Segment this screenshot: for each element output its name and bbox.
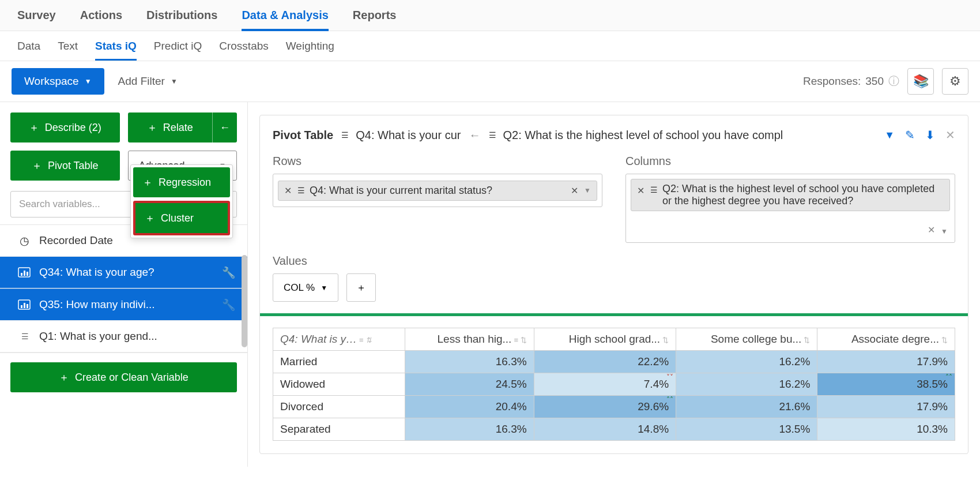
cell: 14.8%	[534, 418, 676, 441]
variable-item[interactable]: Q35: How many indivi... 🔧	[0, 288, 247, 321]
regression-button[interactable]: ＋ Regression	[133, 167, 230, 197]
sort-icon[interactable]: ≡ ⇅	[359, 336, 372, 344]
learn-button[interactable]: 📚	[907, 68, 934, 95]
variable-item[interactable]: ☰ Q1: What is your gend...	[0, 321, 247, 352]
settings-button[interactable]: ⚙	[942, 68, 968, 95]
tab-data-analysis[interactable]: Data & Analysis	[242, 0, 328, 31]
columns-label: Columns	[625, 155, 955, 168]
arrow-left-icon: ←	[469, 129, 481, 142]
sort-icon[interactable]: ⇅	[804, 336, 810, 344]
plus-icon: ＋	[32, 159, 42, 172]
describe-button[interactable]: ＋ Describe (2)	[10, 112, 120, 142]
edit-icon[interactable]: ✎	[905, 128, 915, 142]
workspace-label: Workspace	[24, 75, 79, 88]
cell: 16.2%	[676, 351, 817, 373]
pivot-col-question: Q2: What is the highest level of school …	[503, 129, 783, 142]
row-header[interactable]: Q4: What is y…≡ ⇅	[273, 328, 405, 351]
pivot-title: Pivot Table	[273, 129, 333, 142]
plus-icon: ＋	[142, 175, 153, 189]
cell: 13.5%	[676, 418, 817, 441]
cell: 16.3%	[405, 351, 534, 373]
sort-icon[interactable]: ⇅	[941, 336, 948, 344]
row-token[interactable]: ✕ ☰ Q4: What is your current marital sta…	[278, 181, 597, 201]
filter-icon[interactable]: ▼	[884, 129, 895, 141]
cell: 10.3%	[817, 418, 955, 441]
rows-dropzone[interactable]: ✕ ☰ Q4: What is your current marital sta…	[273, 174, 602, 207]
remove-icon[interactable]: ✕	[928, 224, 935, 235]
cell: 17.9%	[817, 351, 955, 373]
row-label: Widowed	[273, 373, 405, 396]
add-filter-label: Add Filter	[118, 75, 165, 88]
cell: 38.5%˄˄	[817, 373, 955, 396]
tab-reports[interactable]: Reports	[353, 0, 397, 31]
create-clean-variable-button[interactable]: ＋ Create or Clean Variable	[10, 362, 237, 392]
cell: 17.9%	[817, 396, 955, 418]
cell: 24.5%	[405, 373, 534, 396]
tab-survey[interactable]: Survey	[17, 0, 56, 31]
wrench-icon[interactable]: 🔧	[222, 298, 236, 312]
wrench-icon[interactable]: 🔧	[222, 266, 236, 279]
values-select[interactable]: COL % ▼	[273, 273, 338, 302]
divider	[260, 313, 968, 316]
relate-direction-button[interactable]: ←	[213, 112, 237, 142]
col-header[interactable]: Associate degre...⇅	[817, 328, 955, 351]
cell: 29.6%˄˄	[534, 396, 676, 418]
relate-button[interactable]: ＋ Relate	[128, 112, 213, 142]
remove-icon[interactable]: ✕	[284, 185, 292, 196]
workspace-button[interactable]: Workspace ▼	[12, 68, 104, 95]
add-value-button[interactable]: ＋	[346, 273, 376, 302]
col-header[interactable]: Some college bu...⇅	[676, 328, 817, 351]
pivot-table-button[interactable]: ＋ Pivot Table	[10, 151, 120, 181]
variable-label: Q35: How many indivi...	[39, 298, 155, 311]
download-icon[interactable]: ⬇	[925, 128, 935, 142]
plus-icon: ＋	[59, 370, 69, 384]
svg-rect-5	[21, 305, 22, 308]
chevron-down-icon: ▼	[171, 77, 178, 85]
col-token[interactable]: ✕ ☰ Q2: What is the highest level of sch…	[631, 179, 950, 211]
subtab-predict-iq[interactable]: Predict iQ	[154, 32, 202, 61]
list-icon: ☰	[489, 130, 495, 140]
subtab-crosstabs[interactable]: Crosstabs	[219, 32, 269, 61]
responses-count: Responses: 350 ⓘ	[803, 74, 899, 89]
top-nav: Survey Actions Distributions Data & Anal…	[0, 0, 980, 31]
table-row: Widowed24.5%7.4%˅˅16.2%38.5%˄˄	[273, 373, 955, 396]
sort-icon[interactable]: ≡ ⇅	[514, 336, 526, 344]
pivot-row-question: Q4: What is your cur	[356, 129, 461, 142]
row-label: Married	[273, 351, 405, 373]
scrollbar[interactable]	[242, 255, 247, 347]
chevron-down-icon[interactable]: ▼	[941, 227, 948, 235]
subtab-stats-iq[interactable]: Stats iQ	[95, 32, 137, 61]
close-icon[interactable]: ✕	[945, 128, 955, 142]
values-label: Values	[273, 254, 955, 268]
sort-icon[interactable]: ⇅	[662, 336, 669, 344]
pivot-table: Q4: What is y…≡ ⇅ Less than hig...≡ ⇅ Hi…	[273, 328, 955, 441]
advanced-menu: ＋ Regression ＋ Cluster	[130, 164, 233, 238]
col-header[interactable]: Less than hig...≡ ⇅	[405, 328, 534, 351]
cell: 7.4%˅˅	[534, 373, 676, 396]
add-filter-button[interactable]: Add Filter ▼	[118, 75, 178, 88]
sidebar: ＋ Describe (2) ＋ Relate ← ＋ Pivot Table …	[0, 102, 248, 467]
subtab-data[interactable]: Data	[17, 32, 40, 61]
info-icon: ⓘ	[888, 74, 899, 89]
variable-label: Q1: What is your gend...	[39, 330, 157, 343]
variable-label: Recorded Date	[39, 234, 113, 247]
clock-icon: ◷	[16, 234, 32, 247]
subtab-text[interactable]: Text	[58, 32, 78, 61]
arrow-left-icon: ←	[220, 122, 230, 134]
gear-icon: ⚙	[949, 74, 961, 89]
cluster-button[interactable]: ＋ Cluster	[135, 203, 228, 233]
columns-dropzone[interactable]: ✕ ☰ Q2: What is the highest level of sch…	[625, 174, 955, 243]
cell: 16.2%	[676, 373, 817, 396]
col-header[interactable]: High school grad...⇅	[534, 328, 676, 351]
bar-chart-icon	[16, 299, 32, 310]
sub-nav: Data Text Stats iQ Predict iQ Crosstabs …	[0, 31, 980, 61]
chevron-down-icon[interactable]: ▼	[584, 186, 591, 194]
variable-item[interactable]: Q34: What is your age? 🔧	[0, 257, 247, 288]
remove-icon[interactable]: ✕	[571, 185, 578, 196]
tab-distributions[interactable]: Distributions	[146, 0, 217, 31]
subtab-weighting[interactable]: Weighting	[286, 32, 334, 61]
list-icon: ☰	[650, 185, 657, 194]
chevron-down-icon: ▼	[85, 77, 92, 85]
tab-actions[interactable]: Actions	[80, 0, 122, 31]
remove-icon[interactable]: ✕	[637, 185, 644, 196]
